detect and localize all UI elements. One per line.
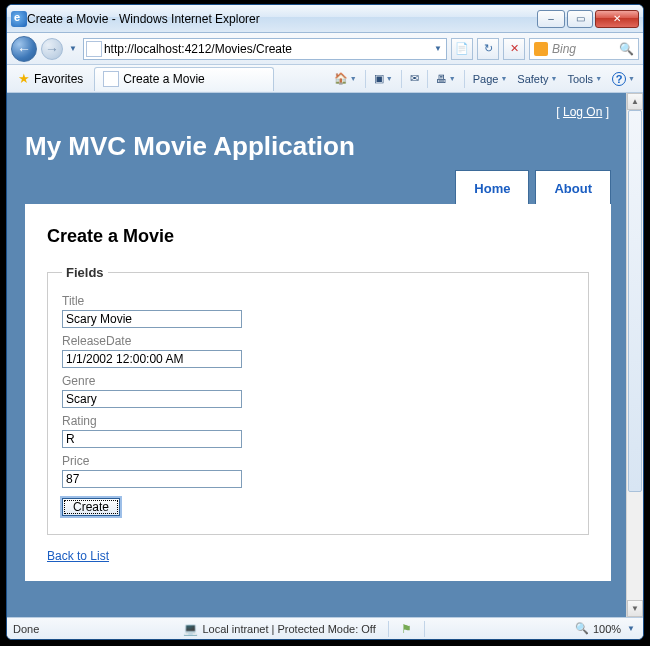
ie-icon xyxy=(11,11,27,27)
address-bar: ▼ xyxy=(83,38,447,60)
zoom-level: 100% xyxy=(593,623,621,635)
fields-fieldset: Fields Title ReleaseDate Genre Rating Pr… xyxy=(47,265,589,535)
search-box[interactable]: Bing 🔍 xyxy=(529,38,639,60)
rss-icon: ▣ xyxy=(374,72,384,85)
favorites-label: Favorites xyxy=(34,72,83,86)
zoom-icon[interactable]: 🔍 xyxy=(575,622,589,635)
app-container: [ Log On ] My MVC Movie Application Home… xyxy=(7,93,629,599)
page-body: Create a Movie Fields Title ReleaseDate … xyxy=(25,204,611,581)
page-favicon xyxy=(86,41,102,57)
status-bar: Done 💻 Local intranet | Protected Mode: … xyxy=(7,617,643,639)
input-rating[interactable] xyxy=(62,430,242,448)
tools-menu[interactable]: Tools▼ xyxy=(563,68,606,90)
mixed-content-icon[interactable]: ⚑ xyxy=(401,622,412,636)
label-rating: Rating xyxy=(62,414,574,428)
nav-toolbar: ← → ▼ ▼ 📄 ↻ ✕ Bing 🔍 xyxy=(7,33,643,65)
page-menu[interactable]: Page▼ xyxy=(469,68,512,90)
vertical-scrollbar[interactable]: ▲ ▼ xyxy=(626,93,643,617)
home-button[interactable]: 🏠▼ xyxy=(330,68,361,90)
search-placeholder: Bing xyxy=(552,42,576,56)
forward-button[interactable]: → xyxy=(41,38,63,60)
read-mail-button[interactable]: ✉ xyxy=(406,68,423,90)
tab-favicon xyxy=(103,71,119,87)
scroll-up-button[interactable]: ▲ xyxy=(627,93,643,110)
star-icon: ★ xyxy=(18,71,30,86)
fieldset-legend: Fields xyxy=(62,265,108,280)
feeds-button[interactable]: ▣▼ xyxy=(370,68,397,90)
bing-icon xyxy=(534,42,548,56)
separator xyxy=(365,70,366,88)
page-heading: Create a Movie xyxy=(47,226,589,247)
scroll-down-button[interactable]: ▼ xyxy=(627,600,643,617)
separator xyxy=(424,621,425,637)
input-title[interactable] xyxy=(62,310,242,328)
nav-about[interactable]: About xyxy=(535,170,611,204)
safety-menu[interactable]: Safety▼ xyxy=(513,68,561,90)
print-icon: 🖶 xyxy=(436,73,447,85)
minimize-button[interactable]: – xyxy=(537,10,565,28)
print-button[interactable]: 🖶▼ xyxy=(432,68,460,90)
tab-title: Create a Movie xyxy=(123,72,204,86)
scroll-thumb[interactable] xyxy=(628,110,642,492)
create-button[interactable]: Create xyxy=(62,498,120,516)
label-genre: Genre xyxy=(62,374,574,388)
scroll-track[interactable] xyxy=(627,110,643,600)
search-icon[interactable]: 🔍 xyxy=(619,42,634,56)
maximize-button[interactable]: ▭ xyxy=(567,10,593,28)
label-title: Title xyxy=(62,294,574,308)
separator xyxy=(388,621,389,637)
window-buttons: – ▭ ✕ xyxy=(537,10,639,28)
close-button[interactable]: ✕ xyxy=(595,10,639,28)
separator xyxy=(464,70,465,88)
zone-icon: 💻 xyxy=(183,622,198,636)
help-icon: ? xyxy=(612,72,626,86)
label-price: Price xyxy=(62,454,574,468)
titlebar: Create a Movie - Windows Internet Explor… xyxy=(7,5,643,33)
security-zone: Local intranet | Protected Mode: Off xyxy=(202,623,375,635)
help-button[interactable]: ?▼ xyxy=(608,68,639,90)
logon-link[interactable]: Log On xyxy=(563,105,602,119)
input-genre[interactable] xyxy=(62,390,242,408)
mail-icon: ✉ xyxy=(410,72,419,85)
back-to-list-link[interactable]: Back to List xyxy=(47,549,109,563)
input-price[interactable] xyxy=(62,470,242,488)
separator xyxy=(427,70,428,88)
nav-home[interactable]: Home xyxy=(455,170,529,204)
status-text: Done xyxy=(13,623,39,635)
logon-area: [ Log On ] xyxy=(25,99,611,125)
back-button[interactable]: ← xyxy=(11,36,37,62)
home-icon: 🏠 xyxy=(334,72,348,85)
viewport: [ Log On ] My MVC Movie Application Home… xyxy=(7,93,643,617)
main-nav: Home About xyxy=(25,170,611,204)
browser-tab[interactable]: Create a Movie xyxy=(94,67,274,91)
window-title: Create a Movie - Windows Internet Explor… xyxy=(27,12,537,26)
nav-history-dropdown[interactable]: ▼ xyxy=(67,44,79,53)
input-releasedate[interactable] xyxy=(62,350,242,368)
browser-window: Create a Movie - Windows Internet Explor… xyxy=(6,4,644,640)
url-input[interactable] xyxy=(102,41,432,57)
favorites-button[interactable]: ★ Favorites xyxy=(11,68,90,90)
zoom-dropdown[interactable]: ▼ xyxy=(625,624,637,633)
favorites-bar: ★ Favorites Create a Movie 🏠▼ ▣▼ ✉ 🖶▼ Pa… xyxy=(7,65,643,93)
app-title: My MVC Movie Application xyxy=(25,131,611,162)
compat-view-button[interactable]: 📄 xyxy=(451,38,473,60)
command-bar: 🏠▼ ▣▼ ✉ 🖶▼ Page▼ Safety▼ Tools▼ ?▼ xyxy=(330,68,639,90)
url-dropdown[interactable]: ▼ xyxy=(432,44,444,53)
separator xyxy=(401,70,402,88)
stop-button[interactable]: ✕ xyxy=(503,38,525,60)
label-releasedate: ReleaseDate xyxy=(62,334,574,348)
refresh-button[interactable]: ↻ xyxy=(477,38,499,60)
